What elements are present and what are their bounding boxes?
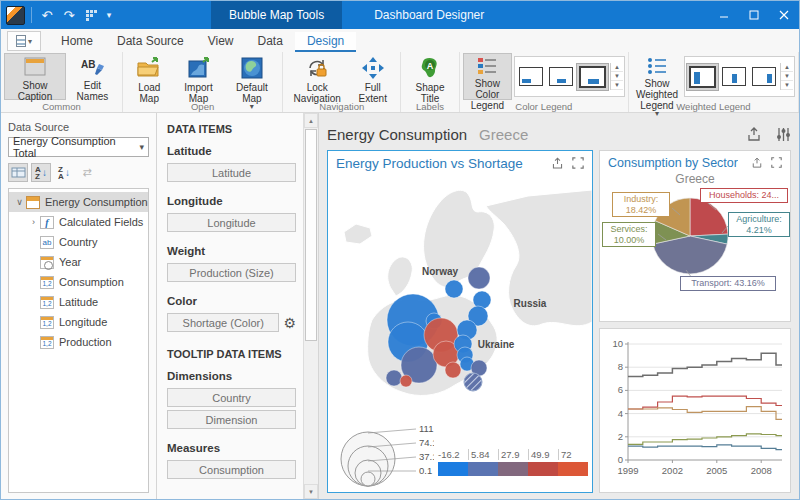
gallery-spinner[interactable]: ▲▼▼ [780, 63, 793, 90]
tree-item-label: Calculated Fields [59, 216, 143, 228]
num-field-icon: 1,2 [40, 336, 54, 349]
full-extent-button[interactable]: Full Extent [348, 53, 397, 100]
tree-item[interactable]: 1,2Latitude [9, 292, 148, 312]
color-legend-swatch [498, 462, 528, 476]
edit-names-button[interactable]: AB Edit Names [66, 53, 119, 100]
show-color-legend-icon [474, 56, 500, 76]
export-icon[interactable] [551, 157, 564, 170]
data-source-combo[interactable]: Energy Consumption Total ▾ [8, 137, 149, 157]
map-panel[interactable]: Energy Production vs Shortage [327, 150, 593, 493]
y-axis-tick-label: 6 [618, 384, 623, 395]
weighted-legend-position-thumb[interactable] [750, 65, 778, 88]
svg-text:A: A [427, 61, 434, 71]
map-bubble[interactable] [445, 280, 463, 298]
data-source-panel: Data Source Energy Consumption Total ▾ A… [1, 113, 157, 499]
shape-title-button[interactable]: A Shape Title [404, 53, 455, 100]
color-legend-position-thumb[interactable] [517, 65, 545, 88]
scrollbar-thumb[interactable] [305, 129, 317, 341]
data-item-pill[interactable]: Consumption [167, 460, 296, 479]
map-bubble[interactable] [386, 370, 402, 386]
quick-access-dropdown-icon[interactable]: ▾ [102, 4, 116, 26]
application-menu-button[interactable]: ▾ [7, 31, 41, 51]
tree-item[interactable]: ∨Energy Consumption Total [9, 192, 148, 212]
data-item-pill[interactable]: Shortage (Color) [167, 313, 279, 332]
gear-icon[interactable]: ⚙ [283, 316, 296, 330]
color-legend-value: 5.84 [468, 449, 498, 460]
scroll-up-icon[interactable]: ▲ [304, 113, 318, 128]
y-axis-tick-label: 0 [618, 454, 623, 465]
data-items-header: DATA ITEMS [167, 123, 296, 135]
tree-item[interactable]: ›fCalculated Fields [9, 212, 148, 232]
sort-descending-icon[interactable]: ZA↓ [54, 163, 74, 182]
close-button[interactable] [769, 1, 799, 29]
maximize-panel-icon[interactable] [572, 157, 584, 170]
gallery-expand-icon[interactable]: ▼ [781, 81, 793, 90]
minimize-button[interactable] [709, 1, 739, 29]
tree-item[interactable]: 1,2Consumption [9, 272, 148, 292]
map-bubble[interactable] [468, 267, 490, 289]
lock-navigation-button[interactable]: Lock Navigation [286, 53, 348, 100]
tree-item[interactable]: 1,2Production [9, 332, 148, 352]
maximize-panel-icon[interactable] [771, 157, 782, 169]
spin-down-icon[interactable]: ▼ [611, 72, 623, 81]
field-list-options-icon[interactable] [8, 163, 28, 182]
default-map-button[interactable]: Default Map ▾ [224, 53, 279, 100]
data-source-toolbar: AZ↓ ZA↓ ⇄ [8, 163, 149, 182]
export-icon[interactable] [746, 127, 762, 142]
pie-panel[interactable]: Consumption by Sector Greece Households:… [599, 150, 791, 322]
y-axis-tick-label: 4 [618, 407, 623, 418]
show-caption-button[interactable]: Show Caption [4, 53, 66, 100]
table-field-icon [26, 196, 40, 209]
app-window: ↶ ↷ ▾ Bubble Map Tools Dashboard Designe… [0, 0, 800, 500]
tab-data-source[interactable]: Data Source [105, 32, 196, 52]
sort-ascending-icon[interactable]: AZ↓ [31, 163, 51, 182]
map-bubble[interactable] [400, 375, 412, 387]
data-item-pill[interactable]: Longitude [167, 213, 296, 232]
spin-down-icon[interactable]: ▼ [781, 72, 793, 81]
bubble-map[interactable]: NorwayRussiaUkraine [328, 172, 592, 400]
map-body[interactable]: NorwayRussiaUkraine 11174.137.10.1 -16.2… [328, 172, 592, 492]
color-legend-position-thumb[interactable] [547, 65, 575, 88]
tab-data[interactable]: Data [246, 32, 295, 52]
parameters-icon[interactable] [776, 127, 791, 142]
group-label: Color Legend [460, 101, 628, 112]
show-weighted-legend-button[interactable]: Show Weighted Legend ▾ [632, 53, 682, 100]
tree-item[interactable]: abCountry [9, 232, 148, 252]
spin-up-icon[interactable]: ▲ [781, 63, 793, 72]
show-color-legend-button[interactable]: Show Color Legend [463, 53, 512, 100]
tab-view[interactable]: View [196, 32, 246, 52]
maximize-button[interactable] [739, 1, 769, 29]
quick-access-grid-icon[interactable] [80, 4, 102, 26]
export-icon[interactable] [751, 157, 763, 169]
tree-item[interactable]: Year [9, 252, 148, 272]
undo-icon[interactable]: ↶ [36, 4, 58, 26]
map-bubble[interactable] [445, 362, 461, 378]
gallery-spinner[interactable]: ▲▼▼ [610, 63, 623, 90]
weighted-legend-position-thumb[interactable] [720, 65, 748, 88]
chevron-right-icon[interactable]: › [27, 217, 40, 227]
context-tab[interactable]: Bubble Map Tools [211, 1, 342, 29]
color-legend-position-thumb-selected[interactable] [577, 64, 608, 90]
chevron-down-icon[interactable]: ∨ [13, 197, 26, 207]
import-map-button[interactable]: Import Map [173, 53, 225, 100]
weighted-legend-position-thumb-selected[interactable] [687, 64, 718, 90]
pie-chart[interactable]: Households: 24...Agriculture:4.21%Transp… [600, 186, 790, 321]
spin-up-icon[interactable]: ▲ [611, 63, 623, 72]
tree-item[interactable]: 1,2Longitude [9, 312, 148, 332]
data-items-scrollbar[interactable]: ▲ ▼ [303, 113, 318, 499]
ribbon: Show Caption AB Edit Names Common Load M… [1, 52, 799, 113]
edit-names-icon: AB [79, 56, 105, 78]
tab-home[interactable]: Home [49, 32, 105, 52]
gallery-expand-icon[interactable]: ▼ [611, 81, 623, 90]
tab-design[interactable]: Design [295, 32, 356, 52]
color-legend-swatch [558, 462, 588, 476]
data-item-pill[interactable]: Country [167, 388, 296, 407]
redo-icon[interactable]: ↷ [58, 4, 80, 26]
scroll-down-icon[interactable]: ▼ [304, 484, 318, 499]
data-item-pill[interactable]: Dimension [167, 410, 296, 429]
map-region-label: Russia [514, 298, 547, 309]
data-item-pill[interactable]: Production (Size) [167, 263, 296, 282]
load-map-button[interactable]: Load Map [126, 53, 173, 100]
data-item-pill[interactable]: Latitude [167, 163, 296, 182]
line-chart-panel[interactable]: 02468101999200220052008 [599, 328, 791, 493]
